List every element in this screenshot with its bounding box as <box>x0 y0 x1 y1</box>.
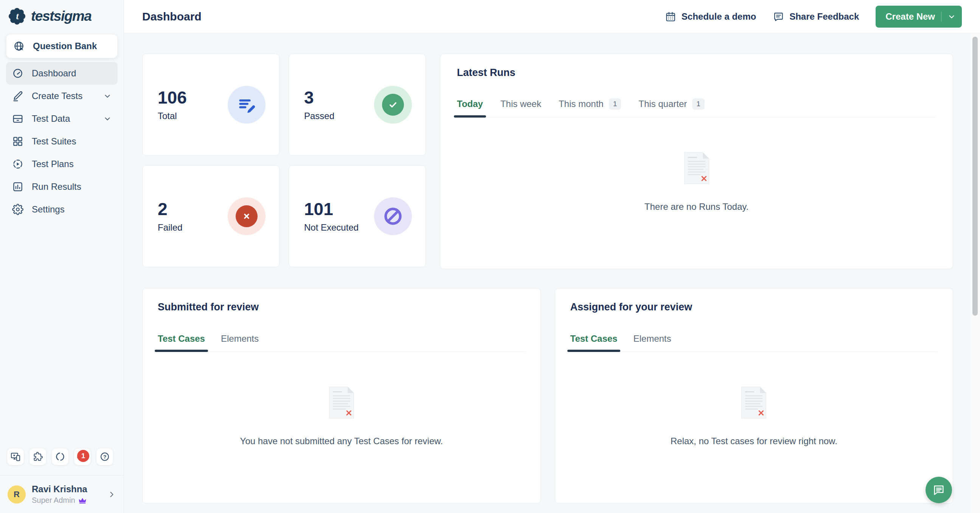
sidebar-item-label: Create Tests <box>32 91 83 101</box>
assigned-review-panel: Assigned for your review Test Cases Elem… <box>555 288 953 503</box>
submitted-review-tabs: Test Cases Elements <box>158 334 525 352</box>
test-plans-icon <box>12 159 24 170</box>
test-data-icon <box>12 113 24 124</box>
chat-icon <box>932 483 946 497</box>
chevron-right-icon <box>107 490 116 499</box>
sidebar-item-dashboard[interactable]: Dashboard <box>6 62 118 85</box>
empty-message: There are no Runs Today. <box>644 202 749 212</box>
help-button[interactable]: ? <box>96 448 113 465</box>
share-feedback-label: Share Feedback <box>789 11 859 22</box>
grid-icon <box>12 136 24 147</box>
stat-text: 101 Not Executed <box>304 200 359 233</box>
notifications-button[interactable]: 1 <box>74 448 91 465</box>
brand-wordmark: testsigma <box>31 8 91 24</box>
button-divider <box>941 12 942 22</box>
stat-card-total[interactable]: 106 Total <box>142 54 280 156</box>
tab-count-badge: 1 <box>692 98 705 110</box>
tab-this-week[interactable]: This week <box>500 98 541 117</box>
user-meta: Ravi Krishna Super Admin <box>32 484 101 505</box>
stat-label: Not Executed <box>304 222 359 233</box>
chat-fab-button[interactable] <box>926 477 952 503</box>
scrollbar-thumb[interactable] <box>972 37 978 316</box>
latest-runs-panel: Latest Runs Today This week This month 1… <box>440 54 953 269</box>
submitted-review-title: Submitted for review <box>158 301 525 313</box>
tab-label: This quarter <box>638 98 687 109</box>
user-profile[interactable]: R Ravi Krishna Super Admin <box>0 475 124 513</box>
brand-logo: t testsigma <box>0 0 124 30</box>
share-feedback-button[interactable]: Share Feedback <box>773 11 859 22</box>
tab-elements[interactable]: Elements <box>221 334 259 352</box>
assigned-review-title: Assigned for your review <box>570 301 938 313</box>
empty-message: Relax, no Test cases for review right no… <box>671 436 837 446</box>
sidebar-item-test-plans[interactable]: Test Plans <box>6 153 118 175</box>
schedule-demo-label: Schedule a demo <box>682 11 756 22</box>
empty-message: You have not submitted any Test Cases fo… <box>240 436 443 446</box>
sidebar-item-label: Test Suites <box>32 136 76 147</box>
sidebar-spacer <box>0 221 124 448</box>
tab-test-cases[interactable]: Test Cases <box>570 334 618 352</box>
crown-icon <box>78 496 87 505</box>
gear-icon <box>12 204 24 215</box>
sidebar-item-create-tests[interactable]: Create Tests <box>6 85 118 107</box>
tab-today[interactable]: Today <box>457 98 483 117</box>
stat-card-passed[interactable]: 3 Passed <box>289 54 426 156</box>
sidebar: t testsigma Question Bank Dashboard <box>0 0 124 513</box>
sidebar-item-label: Dashboard <box>32 68 76 79</box>
tab-label: Elements <box>221 334 259 344</box>
tab-this-month[interactable]: This month 1 <box>558 98 621 117</box>
submitted-review-empty-state: You have not submitted any Test Cases fo… <box>158 387 525 446</box>
svg-text:?: ? <box>103 454 106 460</box>
stat-label: Failed <box>158 222 182 233</box>
stat-card-failed[interactable]: 2 Failed <box>142 165 280 267</box>
stats-grid: 106 Total 3 Passed <box>142 54 426 269</box>
tab-this-quarter[interactable]: This quarter 1 <box>638 98 705 117</box>
scrollbar-track[interactable] <box>970 33 980 513</box>
passed-icon <box>374 86 412 124</box>
sync-button[interactable] <box>51 448 69 465</box>
sidebar-item-question-bank[interactable]: Question Bank <box>6 34 118 58</box>
sidebar-nav: Dashboard Create Tests Test Data <box>0 62 124 221</box>
stat-card-not-executed[interactable]: 101 Not Executed <box>289 165 426 267</box>
tab-label: This week <box>500 98 541 109</box>
schedule-demo-button[interactable]: Schedule a demo <box>665 11 756 22</box>
user-name: Ravi Krishna <box>32 484 101 494</box>
sidebar-item-label: Test Data <box>32 113 70 124</box>
not-executed-icon <box>374 197 412 235</box>
create-new-button[interactable]: Create New <box>876 6 962 28</box>
tab-test-cases[interactable]: Test Cases <box>158 334 205 352</box>
stat-text: 106 Total <box>158 88 187 122</box>
sidebar-item-test-suites[interactable]: Test Suites <box>6 130 118 153</box>
topbar: Dashboard Schedule a demo <box>124 0 980 33</box>
submitted-review-panel: Submitted for review Test Cases Elements <box>142 288 541 503</box>
devices-button[interactable] <box>7 448 24 465</box>
sidebar-tools: 1 ? <box>0 448 124 465</box>
assigned-review-tabs: Test Cases Elements <box>570 334 938 352</box>
sidebar-item-label: Settings <box>32 204 65 215</box>
empty-document-icon <box>684 152 709 184</box>
sidebar-item-settings[interactable]: Settings <box>6 198 118 221</box>
dashboard-icon <box>12 68 24 79</box>
main-area: Dashboard Schedule a demo <box>124 0 980 513</box>
empty-document-icon <box>329 387 354 418</box>
chevron-down-icon <box>103 114 111 123</box>
extensions-button[interactable] <box>29 448 46 465</box>
testsigma-logo-icon: t <box>8 8 26 25</box>
assigned-review-empty-state: Relax, no Test cases for review right no… <box>570 387 938 446</box>
stat-text: 2 Failed <box>158 200 182 233</box>
tab-count-badge: 1 <box>609 98 621 110</box>
stat-value: 3 <box>304 88 334 107</box>
stat-value: 2 <box>158 200 182 219</box>
total-icon <box>228 86 266 124</box>
sidebar-item-run-results[interactable]: Run Results <box>6 175 118 198</box>
tab-elements[interactable]: Elements <box>633 334 671 352</box>
chevron-down-icon <box>103 92 111 100</box>
empty-document-icon <box>741 387 766 418</box>
pencil-icon <box>12 91 24 102</box>
sidebar-item-label: Test Plans <box>32 159 74 169</box>
sidebar-item-test-data[interactable]: Test Data <box>6 107 118 130</box>
create-new-label: Create New <box>885 11 935 22</box>
sidebar-item-label: Question Bank <box>33 41 97 51</box>
stat-label: Passed <box>304 111 334 121</box>
stat-text: 3 Passed <box>304 88 334 122</box>
page-title: Dashboard <box>142 10 202 23</box>
